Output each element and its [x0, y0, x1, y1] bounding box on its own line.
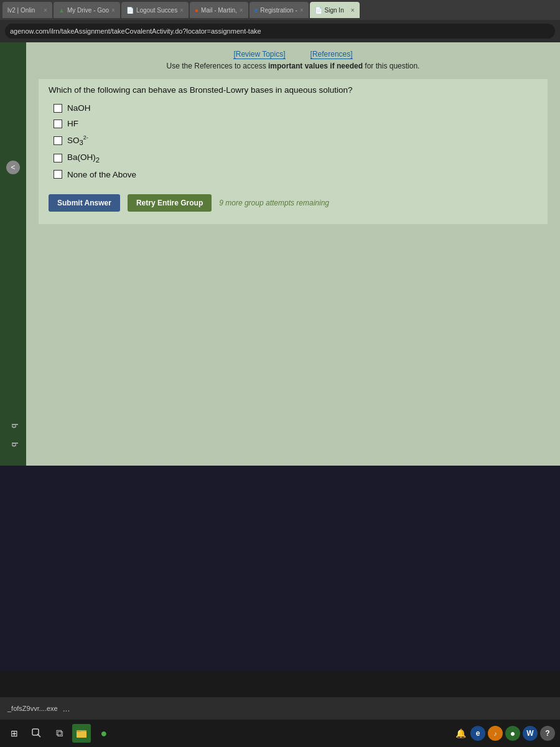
page-icon: 📄 — [315, 7, 322, 14]
notification-icon[interactable]: 🔔 — [453, 726, 468, 741]
green-icon[interactable]: ● — [505, 726, 520, 741]
word-icon[interactable]: W — [523, 726, 538, 741]
download-options[interactable]: ... — [63, 703, 70, 713]
tab-label: lv2 | Onlin — [7, 7, 35, 14]
search-button[interactable] — [27, 724, 46, 743]
top-links: [Review Topics] [References] — [39, 50, 548, 59]
download-filename: _fofsZ9vvr....exe — [7, 705, 58, 712]
download-bar: _fofsZ9vvr....exe ... — [0, 697, 560, 720]
checkbox-naoh[interactable] — [54, 104, 62, 113]
submit-answer-button[interactable]: Submit Answer — [49, 194, 120, 212]
option-so3[interactable]: SO32- — [54, 134, 538, 146]
content-area: < q q [Review Topics] [References] Use t… — [0, 42, 560, 466]
question-container: Which of the following can behave as Bro… — [39, 79, 548, 224]
help-icon[interactable]: ? — [540, 726, 555, 741]
drive-icon: ▲ — [58, 7, 65, 14]
main-panel: [Review Topics] [References] Use the Ref… — [26, 42, 560, 466]
review-topics-link[interactable]: [Review Topics] — [233, 50, 285, 59]
taskview-button[interactable]: ⧉ — [50, 724, 68, 743]
tab-label: My Drive - Goo — [67, 7, 109, 14]
checkbox-hf[interactable] — [54, 120, 62, 128]
option-label-so3: SO32- — [67, 134, 88, 146]
tab-close[interactable]: × — [300, 7, 304, 14]
tab-drive[interactable]: ▲ My Drive - Goo × — [54, 2, 120, 18]
mail-icon: ● — [195, 7, 198, 14]
option-label-baoh2: Ba(OH)2 — [67, 153, 100, 164]
tab-close[interactable]: × — [240, 7, 243, 14]
taskbar: ⊞ ⧉ ● 🔔 e ♪ ● W ? — [0, 720, 560, 747]
option-naoh[interactable]: NaOH — [54, 103, 538, 113]
tab-lv2[interactable]: lv2 | Onlin × — [2, 2, 52, 18]
options-list: NaOH HF SO32- Ba(OH)2 None of the Above — [54, 103, 538, 179]
option-label-none: None of the Above — [67, 170, 136, 179]
tab-close[interactable]: × — [111, 7, 115, 14]
chrome-icon[interactable]: ● — [95, 724, 113, 743]
sidebar-label-2: q — [9, 442, 18, 447]
address-bar-input[interactable] — [5, 24, 555, 39]
edge-icon[interactable]: e — [470, 726, 485, 741]
taskbar-right-icons: 🔔 e ♪ ● W ? — [453, 726, 555, 741]
dark-lower-area — [0, 466, 560, 671]
reference-note: Use the References to access important v… — [39, 62, 548, 70]
tab-mail[interactable]: ● Mail - Martin, × — [190, 2, 248, 18]
tab-label: Sign In — [325, 7, 344, 14]
sidebar-collapse-button[interactable]: < — [6, 161, 20, 174]
address-bar-row — [0, 20, 560, 42]
svg-rect-3 — [77, 731, 86, 738]
option-hf[interactable]: HF — [54, 119, 538, 128]
sidebar-label: q — [9, 423, 18, 428]
option-none[interactable]: None of the Above — [54, 170, 538, 179]
file-manager-icon[interactable] — [72, 724, 91, 743]
browser-chrome: lv2 | Onlin × ▲ My Drive - Goo × 📄 Logou… — [0, 0, 560, 42]
music-icon[interactable]: ♪ — [488, 726, 503, 741]
checkbox-none[interactable] — [54, 170, 62, 179]
buttons-row: Submit Answer Retry Entire Group 9 more … — [49, 194, 538, 212]
option-baoh2[interactable]: Ba(OH)2 — [54, 153, 538, 164]
question-text: Which of the following can behave as Bro… — [49, 85, 538, 95]
tab-label: Mail - Martin, — [201, 7, 237, 14]
tab-logout[interactable]: 📄 Logout Succes × — [121, 2, 189, 18]
doc-icon: 📄 — [126, 7, 134, 14]
tab-close[interactable]: × — [351, 7, 355, 14]
left-sidebar: < q q — [0, 42, 26, 466]
references-link[interactable]: [References] — [310, 50, 353, 59]
tab-signin[interactable]: 📄 Sign In × — [310, 2, 360, 18]
tab-label: Registration - — [260, 7, 297, 14]
tab-label: Logout Succes — [136, 7, 177, 14]
tab-bar: lv2 | Onlin × ▲ My Drive - Goo × 📄 Logou… — [0, 0, 560, 20]
option-label-hf: HF — [67, 119, 78, 128]
option-label-naoh: NaOH — [67, 103, 91, 113]
checkbox-so3[interactable] — [54, 136, 62, 145]
tab-close[interactable]: × — [44, 7, 47, 14]
svg-rect-4 — [77, 730, 81, 732]
attempts-remaining-text: 9 more group attempts remaining — [219, 199, 329, 207]
tab-registration[interactable]: e Registration - × — [250, 2, 309, 18]
e-icon: e — [254, 7, 258, 14]
windows-start-button[interactable]: ⊞ — [5, 724, 24, 743]
retry-entire-group-button[interactable]: Retry Entire Group — [128, 194, 212, 212]
tab-close[interactable]: × — [180, 7, 184, 14]
checkbox-baoh2[interactable] — [54, 154, 62, 162]
